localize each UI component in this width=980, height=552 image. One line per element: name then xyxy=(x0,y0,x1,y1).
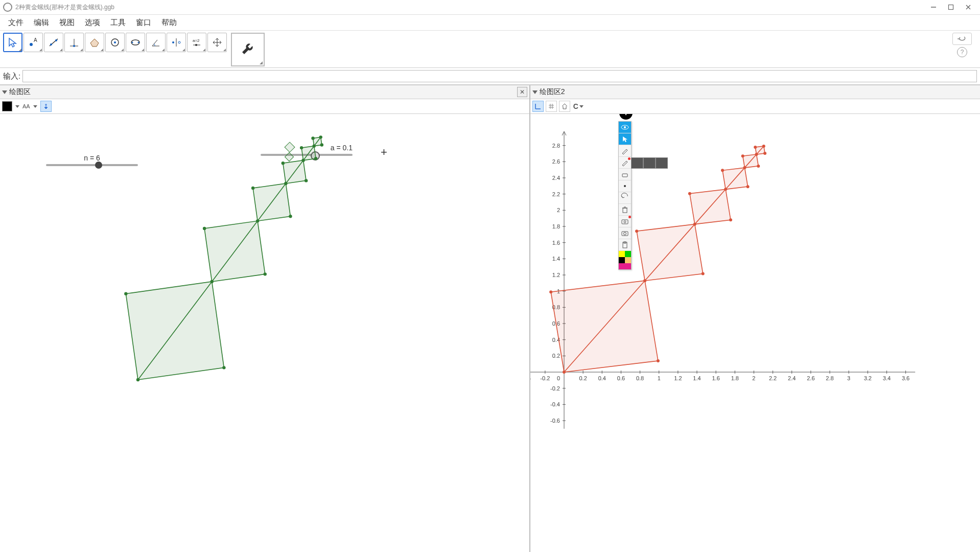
help-icon[interactable]: ? xyxy=(957,47,967,57)
workarea: 绘图区 ✕ AA n = 6 a = 0.1 + xyxy=(0,85,980,552)
svg-marker-12 xyxy=(90,39,99,47)
tool-polygon[interactable] xyxy=(85,33,104,52)
svg-text:-0.4: -0.4 xyxy=(550,401,560,407)
menubar: 文件 编辑 视图 选项 工具 窗口 帮助 xyxy=(0,15,980,31)
menu-options[interactable]: 选项 xyxy=(81,16,104,30)
panel1-close[interactable]: ✕ xyxy=(517,87,527,97)
svg-text:2.2: 2.2 xyxy=(552,191,559,197)
panel1-header[interactable]: 绘图区 ✕ xyxy=(0,85,529,99)
tool-circle[interactable] xyxy=(105,33,125,52)
tool-perpendicular[interactable] xyxy=(64,33,84,52)
menu-file[interactable]: 文件 xyxy=(4,16,28,30)
close-button[interactable] xyxy=(960,0,977,14)
svg-point-160 xyxy=(549,290,552,293)
svg-point-48 xyxy=(282,162,285,165)
svg-text:A: A xyxy=(34,37,37,43)
maximize-button[interactable] xyxy=(942,0,960,14)
panel2-header[interactable]: 绘图区2 xyxy=(530,85,980,99)
collapse-icon-2[interactable] xyxy=(532,90,538,94)
svg-text:2.2: 2.2 xyxy=(769,375,777,381)
panel2-canvas[interactable]: -0.4-0.20.20.40.60.811.21.41.61.822.22.4… xyxy=(530,114,980,552)
panel1-tools: AA xyxy=(0,99,529,114)
svg-text:2.6: 2.6 xyxy=(552,158,559,165)
panel2-title: 绘图区2 xyxy=(540,87,565,97)
svg-point-165 xyxy=(724,188,727,191)
tool-move[interactable] xyxy=(3,33,22,52)
svg-point-19 xyxy=(172,41,174,43)
svg-point-16 xyxy=(132,42,133,43)
svg-text:1.6: 1.6 xyxy=(712,375,719,381)
panel1-title: 绘图区 xyxy=(9,87,31,97)
svg-text:2.6: 2.6 xyxy=(807,375,814,381)
tool-point[interactable]: A xyxy=(24,33,43,52)
svg-point-164 xyxy=(729,218,732,221)
red-golden-spiral-with-axes: -0.4-0.20.20.40.60.811.21.41.61.822.22.4… xyxy=(530,114,980,431)
svg-text:0.8: 0.8 xyxy=(636,375,644,381)
svg-text:-0.2: -0.2 xyxy=(540,375,550,381)
tool-angle[interactable] xyxy=(146,33,166,52)
menu-tools[interactable]: 工具 xyxy=(106,16,130,30)
color-swatch[interactable] xyxy=(2,101,12,111)
text-size-dropdown[interactable] xyxy=(32,105,38,108)
svg-rect-56 xyxy=(285,153,294,162)
minimize-button[interactable] xyxy=(925,0,942,14)
green-golden-spiral xyxy=(0,114,409,431)
tool-slider[interactable]: a=2 xyxy=(187,33,206,52)
svg-point-4 xyxy=(30,43,33,46)
svg-point-45 xyxy=(251,187,254,190)
svg-text:1.2: 1.2 xyxy=(674,375,682,381)
svg-point-20 xyxy=(178,41,180,43)
menu-edit[interactable]: 编辑 xyxy=(30,16,53,30)
tool-line[interactable] xyxy=(44,33,63,52)
menu-window[interactable]: 窗口 xyxy=(132,16,155,30)
input-field[interactable] xyxy=(22,70,977,82)
svg-text:0.4: 0.4 xyxy=(598,375,605,381)
pin-button[interactable] xyxy=(40,101,52,112)
undo-button[interactable] xyxy=(952,33,972,45)
svg-text:2.8: 2.8 xyxy=(552,143,559,149)
svg-point-11 xyxy=(73,45,75,47)
svg-text:a=2: a=2 xyxy=(193,38,200,43)
svg-point-162 xyxy=(693,223,696,226)
graphics-panel-2: 绘图区2 C xyxy=(530,85,980,552)
svg-text:2.4: 2.4 xyxy=(788,375,796,381)
home-button[interactable] xyxy=(559,101,570,112)
menu-view[interactable]: 视图 xyxy=(55,16,79,30)
svg-point-175 xyxy=(754,146,757,149)
svg-point-42 xyxy=(203,227,206,230)
color-dropdown[interactable] xyxy=(14,105,20,108)
svg-point-168 xyxy=(743,166,746,169)
svg-text:0.2: 0.2 xyxy=(579,375,587,381)
tool-custom-wrench[interactable] xyxy=(231,33,265,66)
input-bar: 输入: xyxy=(0,68,980,85)
svg-point-41 xyxy=(256,219,259,222)
svg-text:-0.6: -0.6 xyxy=(550,418,560,424)
panel1-canvas[interactable]: n = 6 a = 0.1 + xyxy=(0,114,529,552)
svg-text:2.4: 2.4 xyxy=(552,175,559,181)
grid-toggle[interactable] xyxy=(546,101,557,112)
svg-text:1.8: 1.8 xyxy=(731,375,738,381)
svg-point-39 xyxy=(124,292,127,295)
tool-conic[interactable] xyxy=(126,33,145,52)
main-toolbar: A a=2 ? xyxy=(0,31,980,68)
svg-text:0.2: 0.2 xyxy=(552,353,559,359)
svg-point-172 xyxy=(741,154,744,157)
svg-point-43 xyxy=(289,215,292,218)
svg-text:3.6: 3.6 xyxy=(902,375,909,381)
svg-point-38 xyxy=(210,280,213,283)
svg-text:2: 2 xyxy=(752,375,755,381)
menu-help[interactable]: 帮助 xyxy=(157,16,181,30)
point-capture-dropdown[interactable]: C xyxy=(572,102,585,110)
svg-point-23 xyxy=(195,44,197,46)
svg-text:1.4: 1.4 xyxy=(552,256,559,262)
collapse-icon[interactable] xyxy=(2,90,7,94)
svg-point-173 xyxy=(763,152,766,155)
svg-text:-0.2: -0.2 xyxy=(550,385,560,392)
svg-point-171 xyxy=(755,153,758,156)
tool-move-view[interactable] xyxy=(207,33,227,52)
svg-point-36 xyxy=(136,378,139,381)
svg-point-46 xyxy=(305,179,308,182)
tool-reflect[interactable] xyxy=(167,33,186,52)
svg-text:1.6: 1.6 xyxy=(552,240,559,246)
axes-toggle[interactable] xyxy=(532,101,544,112)
